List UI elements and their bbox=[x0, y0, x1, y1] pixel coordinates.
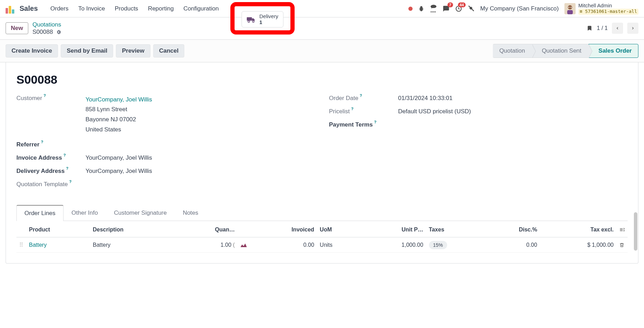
svg-rect-7 bbox=[567, 10, 573, 14]
svg-point-11 bbox=[248, 21, 250, 22]
nav-products[interactable]: Products bbox=[111, 3, 142, 14]
help-icon[interactable]: ? bbox=[360, 93, 362, 98]
new-button[interactable]: New bbox=[6, 22, 28, 34]
status-quotation[interactable]: Quotation bbox=[493, 44, 532, 58]
breadcrumb-bar: New Quotations S00088 Delivery 1 1 / 1 bbox=[0, 17, 644, 40]
user-menu[interactable]: Mitchell Admin ≡ 57361061-master-all bbox=[564, 2, 638, 14]
bookmark-icon[interactable] bbox=[586, 24, 593, 32]
table-row[interactable]: ⠿ Battery Battery 1.00 ( 0.00 Units 1,00… bbox=[16, 237, 628, 253]
company-selector[interactable]: My Company (San Francisco) bbox=[480, 5, 559, 12]
tab-notes[interactable]: Notes bbox=[175, 205, 206, 221]
row-product[interactable]: Battery bbox=[29, 242, 47, 248]
col-product[interactable]: Product bbox=[26, 222, 90, 237]
sheet-tabs: Order Lines Other Info Customer Signatur… bbox=[16, 205, 628, 221]
col-tax-excl[interactable]: Tax excl. bbox=[540, 222, 616, 237]
phone-icon[interactable] bbox=[430, 4, 437, 13]
gear-icon[interactable] bbox=[56, 29, 61, 35]
row-unit-price[interactable]: 1,000.00 bbox=[361, 237, 426, 253]
order-lines-table: Product Description Quan… Invoiced UoM U… bbox=[16, 222, 628, 253]
form-sheet: S00088 Customer? YourCompany, Joel Willi… bbox=[6, 62, 638, 264]
row-uom[interactable]: Units bbox=[317, 237, 361, 253]
tab-customer-signature[interactable]: Customer Signature bbox=[106, 205, 175, 221]
pager-prev[interactable] bbox=[612, 23, 623, 34]
payment-terms-label: Payment Terms bbox=[329, 121, 373, 128]
create-invoice-button[interactable]: Create Invoice bbox=[6, 44, 58, 58]
debug-icon[interactable] bbox=[418, 6, 424, 12]
column-options-icon[interactable] bbox=[619, 227, 625, 232]
avatar-icon bbox=[564, 3, 576, 14]
help-icon[interactable]: ? bbox=[69, 180, 72, 184]
tab-order-lines[interactable]: Order Lines bbox=[16, 205, 64, 221]
customer-label: Customer bbox=[16, 95, 42, 102]
truck-icon bbox=[247, 16, 256, 23]
pager-next[interactable] bbox=[627, 23, 638, 34]
svg-point-8 bbox=[568, 7, 569, 8]
invoice-address-value[interactable]: YourCompany, Joel Willis bbox=[86, 154, 152, 161]
customer-addr-country: United States bbox=[86, 126, 121, 133]
customer-link[interactable]: YourCompany, Joel Willis bbox=[86, 96, 152, 103]
record-indicator-icon bbox=[408, 7, 413, 11]
col-uom[interactable]: UoM bbox=[317, 222, 361, 237]
drag-handle-icon[interactable]: ⠿ bbox=[19, 242, 23, 248]
messages-icon[interactable]: 7 bbox=[443, 5, 450, 12]
database-name: ≡ 57361061-master-all bbox=[578, 9, 638, 15]
pager-position[interactable]: 1 / 1 bbox=[597, 25, 608, 31]
col-description[interactable]: Description bbox=[90, 222, 177, 237]
col-taxes[interactable]: Taxes bbox=[426, 222, 483, 237]
cancel-button[interactable]: Cancel bbox=[153, 44, 185, 58]
status-sales-order[interactable]: Sales Order bbox=[589, 44, 638, 58]
delivery-count: 1 bbox=[259, 20, 278, 25]
help-icon[interactable]: ? bbox=[374, 120, 377, 124]
svg-point-1 bbox=[432, 11, 433, 12]
referrer-label: Referrer bbox=[16, 141, 39, 148]
activities-icon[interactable]: 44 bbox=[455, 5, 462, 12]
breadcrumb-root[interactable]: Quotations bbox=[32, 21, 61, 28]
row-quantity[interactable]: 1.00 bbox=[221, 242, 231, 248]
delivery-button[interactable]: Delivery 1 bbox=[242, 11, 283, 28]
tab-other-info[interactable]: Other Info bbox=[64, 205, 106, 221]
svg-point-12 bbox=[252, 21, 254, 22]
forecast-icon[interactable] bbox=[240, 243, 247, 247]
svg-point-2 bbox=[433, 11, 434, 12]
row-disc[interactable]: 0.00 bbox=[483, 237, 540, 253]
col-invoiced[interactable]: Invoiced bbox=[250, 222, 317, 237]
preview-button[interactable]: Preview bbox=[116, 44, 150, 58]
tools-icon[interactable] bbox=[468, 5, 475, 12]
svg-point-3 bbox=[435, 11, 436, 12]
help-icon[interactable]: ? bbox=[351, 107, 354, 111]
nav-to-invoice[interactable]: To Invoice bbox=[74, 3, 109, 14]
nav-configuration[interactable]: Configuration bbox=[179, 3, 223, 14]
delivery-label: Delivery bbox=[259, 14, 278, 20]
pricelist-value[interactable]: Default USD pricelist (USD) bbox=[398, 108, 471, 115]
delivery-address-value[interactable]: YourCompany, Joel Willis bbox=[86, 168, 152, 175]
app-logo[interactable] bbox=[6, 4, 15, 14]
scrollbar[interactable] bbox=[634, 212, 637, 251]
breadcrumb-current: S00088 bbox=[32, 28, 53, 36]
action-bar: Create Invoice Send by Email Preview Can… bbox=[0, 40, 644, 62]
col-unit-price[interactable]: Unit P… bbox=[361, 222, 426, 237]
help-icon[interactable]: ? bbox=[41, 140, 43, 144]
col-quantity[interactable]: Quan… bbox=[177, 222, 237, 237]
svg-point-9 bbox=[570, 7, 571, 8]
nav-orders[interactable]: Orders bbox=[46, 3, 73, 14]
svg-rect-10 bbox=[247, 17, 252, 21]
col-disc[interactable]: Disc.% bbox=[483, 222, 540, 237]
document-name: S00088 bbox=[16, 73, 628, 86]
nav-reporting[interactable]: Reporting bbox=[144, 3, 178, 14]
svg-point-0 bbox=[430, 11, 431, 12]
delivery-address-label: Delivery Address bbox=[16, 168, 65, 175]
row-tax[interactable]: 15% bbox=[429, 241, 447, 249]
customer-addr-street: 858 Lynn Street bbox=[86, 106, 127, 113]
app-title[interactable]: Sales bbox=[20, 5, 38, 13]
delete-row-icon[interactable] bbox=[619, 242, 625, 248]
order-date-value[interactable]: 01/31/2024 10:33:01 bbox=[398, 95, 453, 102]
row-description[interactable]: Battery bbox=[90, 237, 177, 253]
help-icon[interactable]: ? bbox=[44, 93, 46, 98]
invoice-address-label: Invoice Address bbox=[16, 154, 62, 161]
status-bar: Quotation Quotation Sent Sales Order bbox=[493, 44, 638, 58]
status-quotation-sent[interactable]: Quotation Sent bbox=[532, 44, 588, 58]
send-email-button[interactable]: Send by Email bbox=[61, 44, 113, 58]
help-icon[interactable]: ? bbox=[66, 166, 68, 170]
help-icon[interactable]: ? bbox=[64, 153, 66, 157]
pricelist-label: Pricelist bbox=[329, 108, 350, 115]
